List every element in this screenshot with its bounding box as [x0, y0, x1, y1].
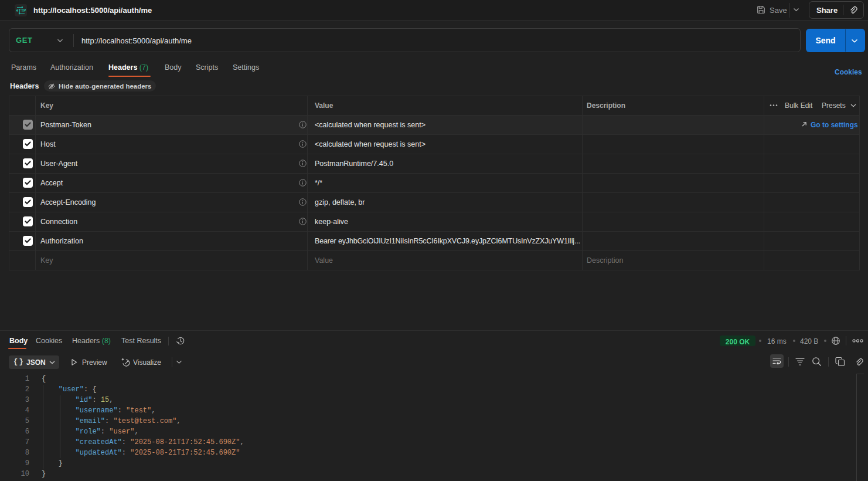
svg-text:HTTP: HTTP — [16, 8, 26, 12]
